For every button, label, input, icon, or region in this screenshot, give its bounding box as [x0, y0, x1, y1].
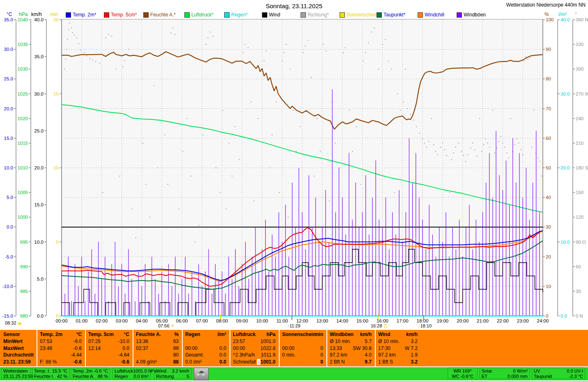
- axis-tick-label: 100: [546, 17, 554, 22]
- wind-direction-dot: [463, 155, 464, 156]
- wind-direction-dot: [136, 237, 136, 238]
- status-cell: Luftdruck1001.0 hPaRegen0.0 l/m²: [113, 368, 151, 379]
- table-cell-value: -0.6: [37, 359, 82, 365]
- wind-direction-dot: [465, 161, 466, 162]
- wind-direction-dot: [220, 192, 220, 193]
- x-axis-label: 12:00: [296, 318, 308, 323]
- wind-direction-dot: [124, 60, 125, 61]
- wind-direction-dot: [524, 60, 524, 61]
- table-cell-value: -0.6: [85, 359, 129, 365]
- wind-direction-dot: [128, 49, 129, 50]
- table-col-unit: km/h: [375, 332, 418, 337]
- wind-direction-dot: [80, 50, 81, 50]
- wind-direction-dot: [437, 154, 438, 155]
- wind-direction-dot: [405, 69, 406, 69]
- wind-direction-dot: [541, 176, 542, 176]
- wind-direction-dot: [403, 101, 404, 102]
- wind-direction-dot: [186, 118, 187, 119]
- wind-direction-dot: [365, 52, 366, 53]
- wind-direction-dot: [446, 155, 447, 156]
- table-col-unit: min: [279, 332, 323, 337]
- wind-direction-dot: [213, 36, 214, 37]
- axis-tick-label: 40: [546, 195, 551, 200]
- axis-tick-label: 1035: [17, 42, 28, 47]
- table-cell-value: 0.0: [85, 345, 129, 351]
- axis-tick-label: 1000: [17, 215, 28, 220]
- legend-label: Wind: [269, 12, 280, 18]
- legend-item: Temp. 2m*: [66, 12, 96, 18]
- wind-direction-dot: [531, 147, 532, 148]
- axis-tick-label: 0.0: [560, 313, 567, 318]
- wind-direction-dot: [476, 156, 477, 157]
- wind-direction-dot: [161, 266, 162, 267]
- table-row-label: Sensor: [3, 332, 20, 337]
- wind-direction-dot: [397, 93, 398, 94]
- x-axis-label: 01:00: [76, 318, 87, 323]
- x-axis-label: 02:00: [96, 318, 108, 323]
- wind-direction-dot: [435, 151, 436, 152]
- wind-direction-dot: [449, 192, 450, 193]
- wind-direction-dot: [317, 118, 318, 119]
- axis-unit-min: min: [50, 11, 58, 17]
- wind-direction-dot: [492, 110, 493, 111]
- wind-direction-dot: [74, 35, 75, 36]
- axis-tick-label: 1010: [17, 165, 28, 170]
- wind-direction-dot: [385, 39, 386, 40]
- wind-direction-dot: [145, 184, 146, 185]
- axis-tick-label: 20.0: [560, 165, 570, 170]
- axis-tick-label: 15.0: [34, 202, 44, 207]
- axis-tick-label: 40.0: [34, 17, 44, 22]
- legend-label: Feuchte A.*: [150, 12, 176, 18]
- wind-direction-dot: [149, 217, 150, 217]
- axis-tick-label: 1015: [17, 141, 28, 146]
- wind-direction-dot: [444, 149, 445, 150]
- status-row: Temp. 2m-0.6 °C: [73, 368, 108, 374]
- legend-color-box: [457, 12, 462, 18]
- legend-label: Windchill: [425, 12, 444, 18]
- wind-direction-dot: [243, 52, 243, 53]
- x-axis-label: 00:00: [56, 318, 68, 323]
- legend-item: Taupunkt*: [377, 12, 405, 18]
- wind-direction-dot: [487, 143, 488, 144]
- legend-label: Sonnenschein: [347, 12, 378, 18]
- status-row: WC -0.6°C: [450, 374, 475, 379]
- legend-item: Windchill: [418, 12, 444, 18]
- x-axis-label: 03:00: [116, 318, 128, 323]
- wind-direction-dot: [279, 192, 280, 193]
- legend-label: Luftdruck*: [191, 12, 214, 18]
- axis-tick-label: 0: [546, 313, 548, 318]
- wind-direction-dot: [458, 143, 459, 144]
- x-axis-label: 04:00: [136, 318, 148, 323]
- axis-tick-label: 20: [546, 254, 551, 259]
- wind-direction-dot: [453, 153, 454, 153]
- wind-direction-dot: [323, 44, 324, 45]
- wind-direction-dot: [209, 32, 210, 32]
- status-cell: Temp. I.15.5 °CFeuchte I.42 %: [32, 368, 69, 379]
- table-cell-value: SW 30.6: [326, 345, 372, 351]
- wind-direction-dot: [206, 44, 207, 45]
- axis-tick-label: 330: [576, 42, 583, 47]
- table-col-unit: °C: [85, 332, 129, 337]
- wind-direction-dot: [284, 52, 285, 53]
- wind-direction-dot: [76, 37, 77, 38]
- status-row: UV0.0 UV-I: [534, 368, 583, 374]
- axis-tick-label: 0.0: [37, 313, 44, 318]
- wind-direction-dot: [500, 136, 501, 137]
- axis-tick-label: 30.0: [560, 91, 570, 96]
- snowfall-arrow-icon: ↓: [257, 359, 260, 365]
- wind-direction-dot: [400, 110, 401, 111]
- axis-tick-label: 980: [20, 313, 28, 318]
- table-cell-value: 0: [279, 352, 323, 358]
- legend-label: Windböen: [464, 12, 486, 18]
- legend-label: Temp. 2m*: [73, 12, 96, 18]
- table-cell-value: 3.2: [375, 359, 418, 365]
- wind-direction-dot: [472, 143, 473, 144]
- axis-tick-label: 10.0: [560, 240, 570, 245]
- wind-direction-dot: [92, 59, 93, 60]
- wind-direction-dot: [191, 176, 191, 176]
- wind-direction-dot: [481, 151, 482, 152]
- axis-tick-label: 30.0: [34, 91, 44, 96]
- wind-direction-dot: [257, 118, 258, 119]
- axis-tick-label: 20.0: [34, 165, 44, 170]
- wind-direction-dot: [371, 32, 372, 32]
